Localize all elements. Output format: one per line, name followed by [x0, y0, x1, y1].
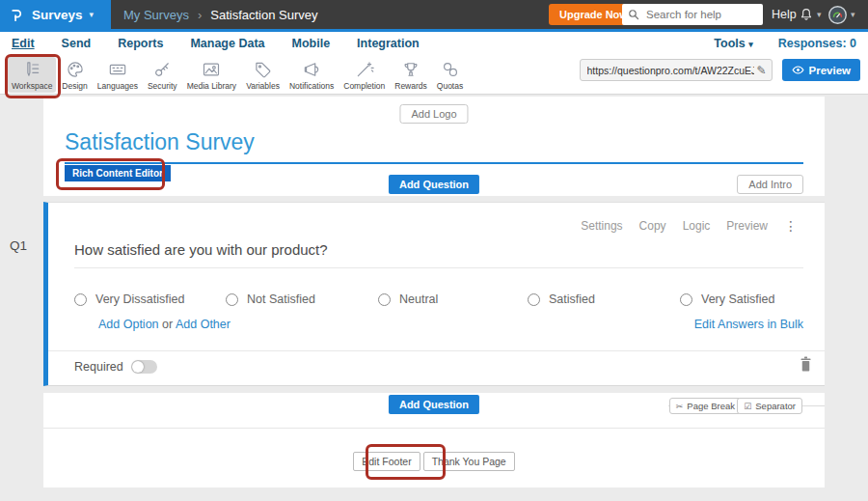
chain-links-icon: [441, 60, 460, 79]
question-divider: [74, 267, 803, 268]
breadcrumb-my-surveys[interactable]: My Surveys: [123, 8, 189, 22]
megaphone-icon: [302, 60, 321, 79]
eye-icon: [792, 64, 804, 76]
breadcrumb-current: Satisfaction Survey: [210, 8, 317, 22]
question-copy-button[interactable]: Copy: [639, 219, 666, 233]
footer-divider: [43, 428, 825, 429]
edit-url-icon[interactable]: ✎: [756, 64, 766, 77]
preview-button[interactable]: Preview: [782, 59, 860, 81]
page-break-button[interactable]: ✂ Page Break: [669, 398, 742, 414]
tab-reports[interactable]: Reports: [118, 37, 163, 50]
radio-button[interactable]: [74, 293, 87, 306]
add-option-row: Add Option or Add Other: [98, 318, 231, 331]
answer-option: Very Satisfied: [680, 292, 774, 306]
question-number: Q1: [10, 238, 27, 253]
survey-url-box: ✎: [580, 59, 773, 81]
question-logic-button[interactable]: Logic: [683, 219, 711, 233]
product-menu[interactable]: Surveys ▾: [0, 0, 111, 29]
required-toggle[interactable]: [131, 360, 157, 374]
survey-url-field[interactable]: [585, 64, 757, 77]
palette-icon: [66, 60, 85, 79]
question-action-menu: Settings Copy Logic Preview ⋮: [581, 218, 798, 234]
required-row: Required: [74, 360, 157, 374]
toolbar-item-design[interactable]: Design: [58, 57, 91, 93]
add-logo-button[interactable]: Add Logo: [399, 104, 468, 124]
breadcrumb-separator: ›: [198, 8, 202, 22]
title-underline: [65, 162, 803, 164]
bell-icon: [799, 7, 814, 22]
toolbar-item-rewards[interactable]: Rewards: [391, 57, 431, 93]
nav-tabs: Edit Send Reports Manage Data Mobile Int…: [12, 37, 420, 50]
account-menu[interactable]: ▾: [827, 0, 855, 29]
questionpro-survey-editor: Surveys ▾ My Surveys › Satisfaction Surv…: [0, 0, 868, 501]
add-question-button-top[interactable]: Add Question: [389, 175, 479, 194]
responses-count[interactable]: Responses: 0: [778, 37, 856, 50]
chevron-down-icon: ▾: [748, 40, 753, 49]
toolbar-item-workspace[interactable]: Workspace: [8, 57, 56, 93]
trophy-icon: [401, 60, 420, 79]
option-label[interactable]: Not Satisfied: [247, 292, 315, 306]
tab-edit[interactable]: Edit: [12, 37, 35, 50]
answer-option: Satisfied: [528, 292, 595, 306]
help-link[interactable]: Help: [772, 0, 797, 29]
breadcrumb: My Surveys › Satisfaction Survey: [123, 0, 318, 29]
tag-icon: [254, 60, 273, 79]
add-question-button-bottom[interactable]: Add Question: [389, 395, 479, 414]
tab-manage-data[interactable]: Manage Data: [190, 37, 264, 50]
question-preview-button[interactable]: Preview: [726, 219, 768, 233]
card-divider: [48, 350, 825, 351]
survey-header-section: Add Logo Satisfaction Survey Rich Conten…: [43, 97, 825, 196]
image-icon: [202, 60, 221, 79]
avatar: [827, 5, 848, 25]
radio-button[interactable]: [378, 293, 391, 306]
tab-send[interactable]: Send: [62, 37, 92, 50]
search-input[interactable]: [644, 8, 754, 21]
option-label[interactable]: Very Dissatisfied: [95, 292, 184, 306]
toolbar-item-languages[interactable]: Languages: [94, 57, 142, 93]
workspace-icon: [22, 60, 41, 79]
thank-you-page-button[interactable]: Thank You Page: [423, 452, 515, 471]
add-other-link[interactable]: Add Other: [176, 318, 231, 331]
answer-option: Neutral: [378, 292, 438, 306]
toolbar-item-variables[interactable]: Variables: [242, 57, 284, 93]
question-settings-button[interactable]: Settings: [581, 219, 622, 233]
tab-mobile[interactable]: Mobile: [292, 37, 331, 50]
editor-toolbar: Workspace Design Languages Security: [0, 55, 868, 95]
more-options-icon[interactable]: ⋮: [784, 218, 798, 234]
product-menu-label: Surveys: [32, 8, 83, 22]
delete-question-icon[interactable]: [799, 355, 813, 373]
separator-button[interactable]: ☑ Separator: [737, 398, 802, 414]
help-search-box[interactable]: [622, 4, 763, 25]
notifications-menu[interactable]: ▾: [799, 0, 822, 29]
toolbar-item-completion[interactable]: Completion: [339, 57, 389, 93]
question-card: Settings Copy Logic Preview ⋮ How satisf…: [43, 202, 825, 386]
option-label[interactable]: Satisfied: [549, 292, 595, 306]
tools-dropdown[interactable]: Tools ▾: [714, 37, 752, 50]
toolbar-item-security[interactable]: Security: [144, 57, 181, 93]
chevron-down-icon: ▾: [90, 10, 95, 19]
tab-integration[interactable]: Integration: [357, 37, 420, 50]
toolbar-item-quotas[interactable]: Quotas: [433, 57, 467, 93]
questionpro-logo-icon: [9, 7, 25, 23]
or-text: or: [162, 318, 173, 331]
answer-option: Very Dissatisfied: [74, 292, 184, 306]
edit-footer-button[interactable]: Edit Footer: [353, 452, 420, 471]
radio-button[interactable]: [680, 293, 692, 306]
toolbar-item-notifications[interactable]: Notifications: [285, 57, 338, 93]
magic-wand-icon: [355, 60, 374, 79]
survey-title[interactable]: Satisfaction Survey: [65, 129, 255, 155]
add-option-link[interactable]: Add Option: [98, 318, 159, 331]
radio-button[interactable]: [528, 293, 540, 306]
rich-content-editor-button[interactable]: Rich Content Editor: [65, 165, 171, 181]
option-label[interactable]: Very Satisfied: [701, 292, 774, 306]
radio-button[interactable]: [226, 293, 238, 306]
edit-answers-in-bulk-link[interactable]: Edit Answers in Bulk: [694, 318, 803, 331]
add-intro-button[interactable]: Add Intro: [737, 175, 803, 194]
option-label[interactable]: Neutral: [399, 292, 438, 306]
survey-nav: Edit Send Reports Manage Data Mobile Int…: [0, 32, 868, 55]
key-icon: [152, 60, 172, 79]
keyboard-icon: [108, 60, 127, 79]
survey-footer-section: Add Question ✂ Page Break ☑ Separator Ed…: [43, 393, 825, 487]
question-text[interactable]: How satisfied are you with our product?: [74, 241, 328, 258]
toolbar-item-media-library[interactable]: Media Library: [183, 57, 241, 93]
